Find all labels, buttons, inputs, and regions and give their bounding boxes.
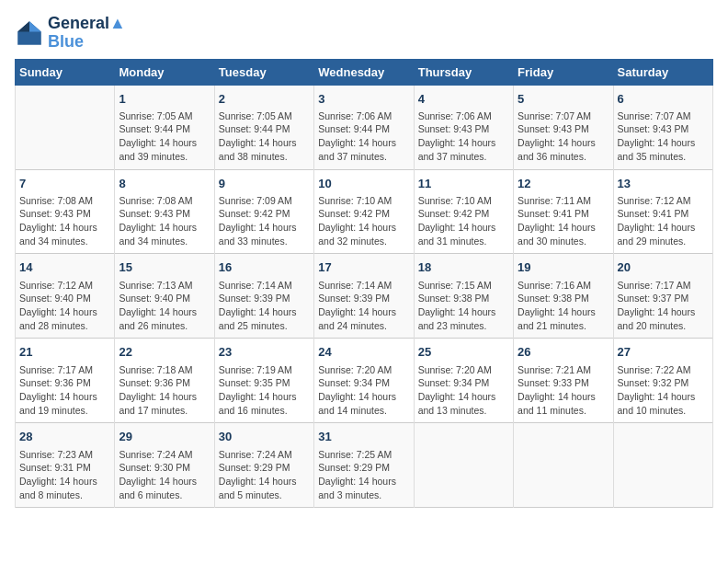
svg-marker-2 (17, 21, 29, 31)
day-number: 9 (219, 176, 310, 192)
day-info: Sunrise: 7:08 AM Sunset: 9:43 PM Dayligh… (19, 194, 110, 248)
calendar-cell: 5Sunrise: 7:07 AM Sunset: 9:43 PM Daylig… (514, 85, 613, 169)
day-info: Sunrise: 7:25 AM Sunset: 9:29 PM Dayligh… (318, 448, 409, 502)
calendar-cell: 6Sunrise: 7:07 AM Sunset: 9:43 PM Daylig… (613, 85, 712, 169)
day-info: Sunrise: 7:13 AM Sunset: 9:40 PM Dayligh… (119, 279, 210, 333)
day-info: Sunrise: 7:18 AM Sunset: 9:36 PM Dayligh… (119, 363, 210, 418)
calendar-cell: 9Sunrise: 7:09 AM Sunset: 9:42 PM Daylig… (214, 169, 313, 254)
day-number: 5 (518, 91, 609, 108)
day-info: Sunrise: 7:14 AM Sunset: 9:39 PM Dayligh… (318, 279, 409, 333)
header-row: SundayMondayTuesdayWednesdayThursdayFrid… (16, 59, 713, 85)
logo: General▲Blue (15, 15, 126, 52)
calendar-cell: 23Sunrise: 7:19 AM Sunset: 9:35 PM Dayli… (214, 339, 313, 423)
calendar-cell: 3Sunrise: 7:06 AM Sunset: 9:44 PM Daylig… (314, 85, 414, 169)
day-number: 26 (518, 344, 609, 361)
day-number: 8 (119, 176, 210, 192)
calendar-cell: 20Sunrise: 7:17 AM Sunset: 9:37 PM Dayli… (613, 254, 712, 339)
day-info: Sunrise: 7:05 AM Sunset: 9:44 PM Dayligh… (219, 109, 310, 164)
day-info: Sunrise: 7:24 AM Sunset: 9:30 PM Dayligh… (119, 448, 210, 502)
weekday-header: Tuesday (214, 59, 313, 85)
calendar-week-row: 1Sunrise: 7:05 AM Sunset: 9:44 PM Daylig… (16, 85, 713, 169)
calendar-week-row: 14Sunrise: 7:12 AM Sunset: 9:40 PM Dayli… (16, 254, 713, 339)
day-info: Sunrise: 7:17 AM Sunset: 9:37 PM Dayligh… (618, 279, 709, 333)
day-info: Sunrise: 7:17 AM Sunset: 9:36 PM Dayligh… (19, 363, 110, 418)
calendar-cell (514, 423, 613, 508)
day-number: 16 (219, 259, 310, 276)
day-info: Sunrise: 7:21 AM Sunset: 9:33 PM Dayligh… (518, 363, 609, 418)
day-number: 15 (119, 259, 210, 276)
page-header: General▲Blue (15, 15, 713, 52)
day-info: Sunrise: 7:05 AM Sunset: 9:44 PM Dayligh… (119, 109, 210, 164)
day-number: 12 (518, 176, 609, 192)
day-number: 25 (418, 344, 509, 361)
weekday-header: Friday (514, 59, 613, 85)
calendar-cell: 10Sunrise: 7:10 AM Sunset: 9:42 PM Dayli… (314, 169, 414, 254)
calendar-cell (613, 423, 712, 508)
day-number: 22 (119, 344, 210, 361)
calendar-cell: 28Sunrise: 7:23 AM Sunset: 9:31 PM Dayli… (16, 423, 115, 508)
day-info: Sunrise: 7:06 AM Sunset: 9:43 PM Dayligh… (418, 109, 509, 164)
day-number: 19 (518, 259, 609, 276)
day-number: 3 (318, 91, 409, 108)
day-number: 13 (618, 176, 709, 192)
calendar-cell (414, 423, 513, 508)
day-info: Sunrise: 7:16 AM Sunset: 9:38 PM Dayligh… (518, 279, 609, 333)
weekday-header: Wednesday (314, 59, 414, 85)
calendar-cell: 14Sunrise: 7:12 AM Sunset: 9:40 PM Dayli… (16, 254, 115, 339)
day-number: 2 (219, 91, 310, 108)
day-number: 28 (19, 429, 110, 445)
calendar-cell: 2Sunrise: 7:05 AM Sunset: 9:44 PM Daylig… (214, 85, 313, 169)
day-number: 6 (618, 91, 709, 108)
day-info: Sunrise: 7:22 AM Sunset: 9:32 PM Dayligh… (618, 363, 709, 418)
day-info: Sunrise: 7:20 AM Sunset: 9:34 PM Dayligh… (418, 363, 509, 418)
day-number: 23 (219, 344, 310, 361)
calendar-cell: 24Sunrise: 7:20 AM Sunset: 9:34 PM Dayli… (314, 339, 414, 423)
day-info: Sunrise: 7:07 AM Sunset: 9:43 PM Dayligh… (518, 109, 609, 164)
day-info: Sunrise: 7:23 AM Sunset: 9:31 PM Dayligh… (19, 448, 110, 502)
day-info: Sunrise: 7:06 AM Sunset: 9:44 PM Dayligh… (318, 109, 409, 164)
day-info: Sunrise: 7:08 AM Sunset: 9:43 PM Dayligh… (119, 194, 210, 248)
calendar-cell: 12Sunrise: 7:11 AM Sunset: 9:41 PM Dayli… (514, 169, 613, 254)
calendar-cell: 8Sunrise: 7:08 AM Sunset: 9:43 PM Daylig… (115, 169, 214, 254)
calendar-cell: 30Sunrise: 7:24 AM Sunset: 9:29 PM Dayli… (214, 423, 313, 508)
calendar-cell: 18Sunrise: 7:15 AM Sunset: 9:38 PM Dayli… (414, 254, 513, 339)
weekday-header: Monday (115, 59, 214, 85)
weekday-header: Thursday (414, 59, 513, 85)
weekday-header: Sunday (16, 59, 115, 85)
calendar-week-row: 28Sunrise: 7:23 AM Sunset: 9:31 PM Dayli… (16, 423, 713, 508)
weekday-header: Saturday (613, 59, 712, 85)
calendar-cell: 16Sunrise: 7:14 AM Sunset: 9:39 PM Dayli… (214, 254, 313, 339)
day-info: Sunrise: 7:10 AM Sunset: 9:42 PM Dayligh… (318, 194, 409, 248)
day-number: 30 (219, 429, 310, 445)
calendar-table: SundayMondayTuesdayWednesdayThursdayFrid… (15, 59, 713, 509)
calendar-body: 1Sunrise: 7:05 AM Sunset: 9:44 PM Daylig… (16, 85, 713, 508)
calendar-cell: 26Sunrise: 7:21 AM Sunset: 9:33 PM Dayli… (514, 339, 613, 423)
calendar-header: SundayMondayTuesdayWednesdayThursdayFrid… (16, 59, 713, 85)
calendar-cell: 29Sunrise: 7:24 AM Sunset: 9:30 PM Dayli… (115, 423, 214, 508)
day-info: Sunrise: 7:11 AM Sunset: 9:41 PM Dayligh… (518, 194, 609, 248)
calendar-cell: 25Sunrise: 7:20 AM Sunset: 9:34 PM Dayli… (414, 339, 513, 423)
calendar-cell: 17Sunrise: 7:14 AM Sunset: 9:39 PM Dayli… (314, 254, 414, 339)
calendar-cell: 13Sunrise: 7:12 AM Sunset: 9:41 PM Dayli… (613, 169, 712, 254)
calendar-cell: 19Sunrise: 7:16 AM Sunset: 9:38 PM Dayli… (514, 254, 613, 339)
logo-text: General▲Blue (48, 15, 126, 52)
day-info: Sunrise: 7:12 AM Sunset: 9:40 PM Dayligh… (19, 279, 110, 333)
calendar-cell: 15Sunrise: 7:13 AM Sunset: 9:40 PM Dayli… (115, 254, 214, 339)
day-info: Sunrise: 7:10 AM Sunset: 9:42 PM Dayligh… (418, 194, 509, 248)
day-number: 21 (19, 344, 110, 361)
logo-icon (15, 18, 44, 48)
day-number: 31 (318, 429, 409, 445)
svg-marker-1 (29, 21, 41, 31)
day-info: Sunrise: 7:15 AM Sunset: 9:38 PM Dayligh… (418, 279, 509, 333)
calendar-cell (16, 85, 115, 169)
calendar-cell: 21Sunrise: 7:17 AM Sunset: 9:36 PM Dayli… (16, 339, 115, 423)
calendar-cell: 31Sunrise: 7:25 AM Sunset: 9:29 PM Dayli… (314, 423, 414, 508)
day-number: 24 (318, 344, 409, 361)
day-info: Sunrise: 7:09 AM Sunset: 9:42 PM Dayligh… (219, 194, 310, 248)
day-info: Sunrise: 7:07 AM Sunset: 9:43 PM Dayligh… (618, 109, 709, 164)
day-number: 4 (418, 91, 509, 108)
logo-line1: General▲ (48, 15, 126, 33)
day-number: 29 (119, 429, 210, 445)
day-number: 10 (318, 176, 409, 192)
calendar-week-row: 21Sunrise: 7:17 AM Sunset: 9:36 PM Dayli… (16, 339, 713, 423)
